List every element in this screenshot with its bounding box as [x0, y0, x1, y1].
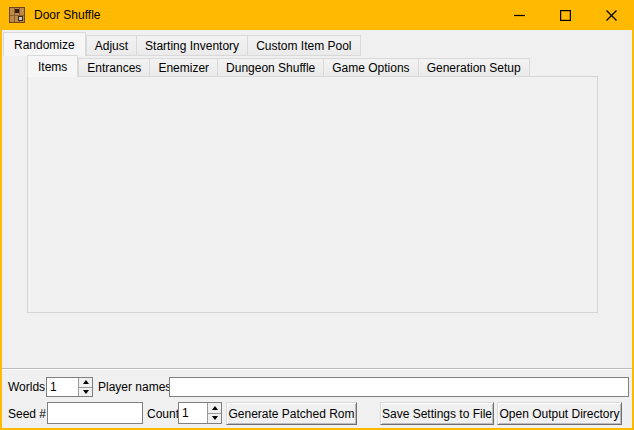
tab-items[interactable]: Items: [27, 55, 78, 77]
save-settings-button[interactable]: Save Settings to File: [380, 402, 494, 425]
tab-custom-item-pool[interactable]: Custom Item Pool: [248, 35, 360, 56]
tab-randomize[interactable]: Randomize: [3, 32, 86, 56]
tab-label: Adjust: [95, 39, 128, 53]
count-spinner[interactable]: 1: [178, 402, 222, 424]
tab-game-options[interactable]: Game Options: [324, 58, 418, 77]
tab-label: Entrances: [87, 61, 141, 75]
bottom-separator: [0, 368, 634, 370]
seed-label: Seed #: [8, 404, 46, 424]
tab-dungeon-shuffle[interactable]: Dungeon Shuffle: [218, 58, 324, 77]
tab-entrances[interactable]: Entrances: [78, 58, 150, 77]
door-icon: [9, 7, 25, 23]
tab-enemizer[interactable]: Enemizer: [150, 58, 218, 77]
button-label: Open Output Directory: [499, 407, 619, 421]
tab-starting-inventory[interactable]: Starting Inventory: [137, 35, 248, 56]
tab-label: Starting Inventory: [145, 39, 239, 53]
tab-label: Custom Item Pool: [256, 39, 351, 53]
tab-adjust[interactable]: Adjust: [86, 35, 137, 56]
count-spin-down-icon[interactable]: [208, 414, 221, 424]
main-tab-bar: Randomize Adjust Starting Inventory Cust…: [3, 32, 361, 56]
count-value: 1: [182, 403, 189, 423]
worlds-spin-up-icon[interactable]: [79, 378, 92, 388]
tab-generation-setup[interactable]: Generation Setup: [419, 58, 530, 77]
tab-label: Randomize: [14, 38, 75, 52]
tab-label: Game Options: [332, 61, 409, 75]
close-button[interactable]: [588, 0, 634, 30]
items-page-frame: [27, 76, 598, 313]
count-spin-up-icon[interactable]: [208, 403, 221, 414]
worlds-label: Worlds: [8, 377, 45, 397]
generate-patched-rom-button[interactable]: Generate Patched Rom: [226, 402, 357, 425]
minimize-icon: [514, 10, 525, 21]
worlds-spinner[interactable]: 1: [46, 377, 93, 397]
close-icon: [606, 10, 617, 21]
button-label: Generate Patched Rom: [228, 407, 354, 421]
window-title: Door Shuffle: [34, 8, 101, 22]
maximize-button[interactable]: [542, 0, 588, 30]
titlebar: Door Shuffle: [0, 0, 634, 30]
sub-tab-bar: Items Entrances Enemizer Dungeon Shuffle…: [27, 55, 530, 77]
maximize-icon: [560, 10, 571, 21]
button-label: Save Settings to File: [382, 407, 492, 421]
player-names-label: Player names: [98, 377, 171, 397]
player-names-input[interactable]: [169, 377, 629, 397]
worlds-value: 1: [50, 378, 57, 396]
count-label: Count: [147, 404, 179, 424]
door-shuffle-window: Door Shuffle Randomize Adjust: [0, 0, 634, 430]
minimize-button[interactable]: [496, 0, 542, 30]
tab-label: Dungeon Shuffle: [226, 61, 315, 75]
seed-input[interactable]: [47, 402, 143, 424]
open-output-directory-button[interactable]: Open Output Directory: [497, 402, 622, 425]
tab-label: Items: [38, 60, 67, 74]
tab-label: Enemizer: [158, 61, 209, 75]
tab-label: Generation Setup: [427, 61, 521, 75]
worlds-spin-down-icon[interactable]: [79, 388, 92, 397]
